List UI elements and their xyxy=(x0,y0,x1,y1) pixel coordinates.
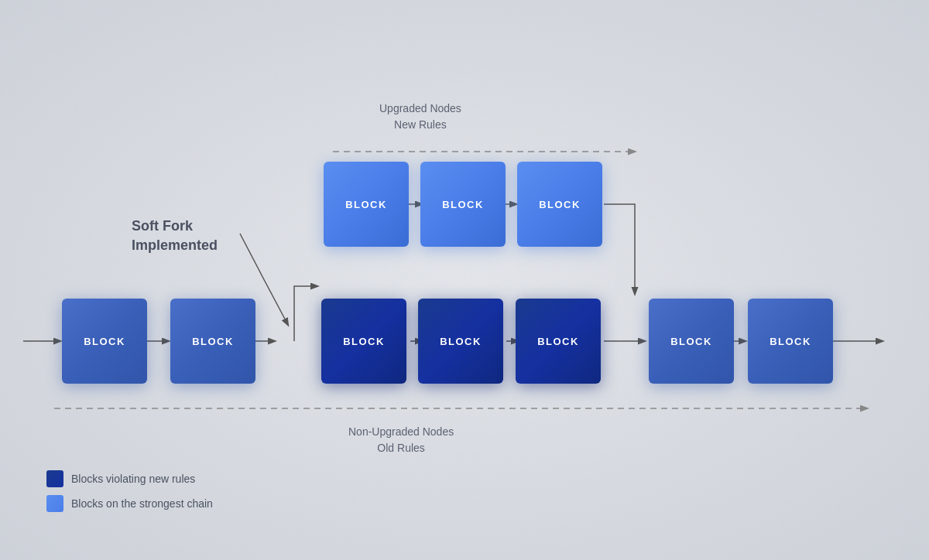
diagram: Upgraded Nodes New Rules Non-Upgraded No… xyxy=(0,0,929,560)
block-top-3: blocK xyxy=(517,162,602,247)
block-main-left-2: BlocK xyxy=(170,299,255,384)
legend-swatch-light xyxy=(46,495,63,512)
block-main-right-1: Block xyxy=(649,299,734,384)
legend: Blocks violating new rules Blocks on the… xyxy=(46,470,213,520)
non-upgraded-nodes-label: Non-Upgraded Nodes Old Rules xyxy=(348,424,454,456)
block-main-mid-3: BLoCK xyxy=(516,299,601,384)
upgraded-nodes-label: Upgraded Nodes New Rules xyxy=(379,101,461,133)
block-main-left-1: Block xyxy=(62,299,147,384)
block-main-right-2: Block xyxy=(748,299,833,384)
block-top-2: blocK xyxy=(420,162,506,247)
block-main-mid-2: BLoCK xyxy=(418,299,503,384)
legend-item-2: Blocks on the strongest chain xyxy=(46,495,213,512)
soft-fork-label: Soft ForkImplemented xyxy=(132,217,218,255)
legend-item-1: Blocks violating new rules xyxy=(46,470,213,487)
legend-swatch-dark xyxy=(46,470,63,487)
block-main-mid-1: BLoCK xyxy=(321,299,406,384)
block-top-1: BlocK xyxy=(324,162,409,247)
